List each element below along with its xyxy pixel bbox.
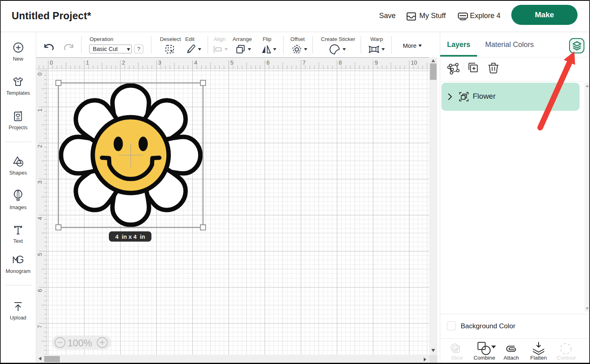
svg-text:6: 6 [266, 59, 269, 66]
svg-text:2: 2 [37, 144, 43, 148]
svg-text:5: 5 [231, 59, 234, 66]
svg-text:9: 9 [375, 59, 378, 66]
svg-text:7: 7 [302, 59, 306, 66]
svg-text:0: 0 [37, 72, 43, 75]
svg-text:4: 4 [194, 59, 198, 66]
svg-text:4: 4 [37, 217, 43, 220]
svg-text:100%: 100% [67, 338, 92, 348]
svg-text:6: 6 [37, 289, 43, 292]
svg-text:10: 10 [411, 59, 417, 66]
svg-text:0: 0 [50, 59, 53, 66]
svg-text:2: 2 [122, 59, 125, 66]
svg-text:7: 7 [37, 325, 43, 328]
svg-text:3: 3 [37, 181, 43, 184]
svg-text:8: 8 [339, 59, 342, 66]
svg-text:1: 1 [37, 108, 43, 112]
svg-text:3: 3 [158, 59, 161, 66]
svg-text:4 in x 4 in: 4 in x 4 in [115, 234, 145, 240]
svg-text:5: 5 [37, 253, 43, 256]
svg-text:1: 1 [86, 59, 89, 66]
